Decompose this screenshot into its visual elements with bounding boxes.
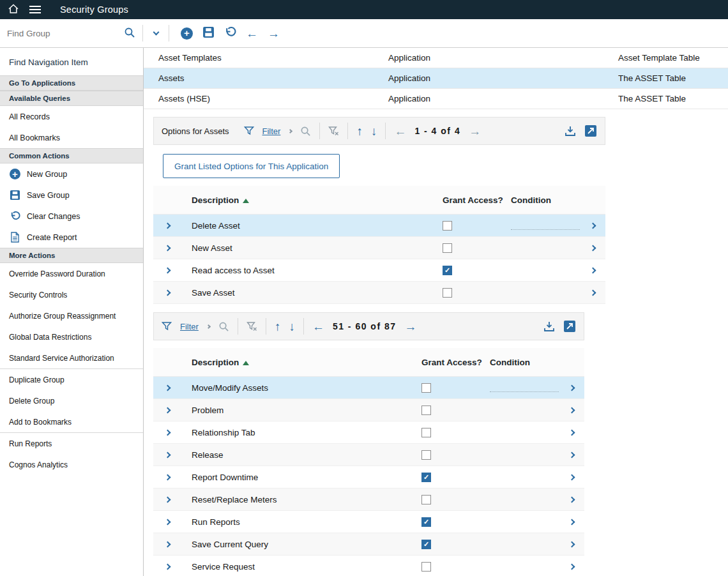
row-detail-icon[interactable] <box>589 245 596 251</box>
grant-access-checkbox[interactable] <box>421 517 431 527</box>
sidebar-item[interactable]: Run Reports <box>0 433 143 454</box>
next-page-button[interactable]: → <box>469 125 481 137</box>
filter-icon[interactable] <box>244 126 254 136</box>
grant-access-checkbox[interactable] <box>421 473 431 482</box>
previous-page-button[interactable]: ← <box>394 125 406 137</box>
application-row[interactable]: Assets (HSE) Application The ASSET Table <box>144 89 728 109</box>
table-row[interactable]: Read access to Asset <box>153 259 605 282</box>
sidebar-item[interactable]: Authorize Group Reassignment <box>0 305 143 326</box>
chevron-right-icon[interactable] <box>288 128 292 133</box>
move-down-button[interactable]: ↓ <box>371 125 377 137</box>
expand-row-icon[interactable] <box>165 407 171 413</box>
sidebar-item-save-group[interactable]: Save Group <box>0 185 143 206</box>
sidebar-item[interactable]: Duplicate Group <box>0 369 143 390</box>
table-row[interactable]: Problem <box>153 399 584 421</box>
column-header-description[interactable]: Description <box>192 358 417 367</box>
sidebar-item[interactable]: Global Data Restrictions <box>0 326 143 347</box>
section-header-available-queries[interactable]: Available Queries <box>0 91 143 106</box>
sidebar-item[interactable]: Add to Bookmarks <box>0 411 143 432</box>
column-header-condition[interactable]: Condition <box>511 195 580 205</box>
sidebar-item[interactable]: Delete Group <box>0 390 143 411</box>
table-row[interactable]: Release <box>153 444 584 466</box>
move-up-button[interactable]: ↑ <box>356 125 363 137</box>
move-up-button[interactable]: ↑ <box>275 321 281 333</box>
find-group-input[interactable] <box>0 20 117 47</box>
grant-access-checkbox[interactable] <box>421 495 431 504</box>
save-group-button[interactable] <box>202 26 215 40</box>
row-detail-icon[interactable] <box>568 384 575 391</box>
condition-field[interactable] <box>511 222 580 230</box>
grant-access-checkbox[interactable] <box>443 221 452 231</box>
sidebar-item[interactable]: Security Controls <box>0 284 143 305</box>
column-header-description[interactable]: Description <box>192 195 438 205</box>
expand-row-icon[interactable] <box>165 429 171 436</box>
sidebar-item-all-bookmarks[interactable]: All Bookmarks <box>0 127 143 148</box>
row-detail-icon[interactable] <box>568 496 575 503</box>
table-row[interactable]: Delete Asset <box>153 215 605 237</box>
table-row[interactable]: Run Reports <box>153 511 584 533</box>
expand-row-icon[interactable] <box>165 496 171 503</box>
table-search-icon[interactable] <box>300 126 311 137</box>
filter-link[interactable]: Filter <box>262 126 281 136</box>
expand-row-icon[interactable] <box>165 519 171 525</box>
column-header-grant-access[interactable]: Grant Access? <box>417 358 490 367</box>
sidebar-item-all-records[interactable]: All Records <box>0 106 143 127</box>
expand-row-icon[interactable] <box>165 267 171 273</box>
previous-record-button[interactable]: ← <box>246 27 258 40</box>
row-detail-icon[interactable] <box>568 474 575 480</box>
application-row-selected[interactable]: Assets Application The ASSET Table <box>144 68 728 89</box>
section-header-go-to-applications[interactable]: Go To Applications <box>0 75 143 91</box>
grant-access-checkbox[interactable] <box>443 243 452 253</box>
maximize-table-icon[interactable] <box>584 125 597 137</box>
expand-row-icon[interactable] <box>165 245 171 251</box>
expand-row-icon[interactable] <box>165 563 171 570</box>
column-header-grant-access[interactable]: Grant Access? <box>438 195 511 205</box>
grant-access-checkbox[interactable] <box>421 540 431 549</box>
expand-row-icon[interactable] <box>165 451 171 458</box>
table-row[interactable]: Report Downtime <box>153 466 584 489</box>
table-row[interactable]: Reset/Replace Meters <box>153 489 584 511</box>
grant-access-checkbox[interactable] <box>421 562 431 572</box>
grant-access-checkbox[interactable] <box>443 288 452 298</box>
section-header-more-actions[interactable]: More Actions <box>0 248 143 263</box>
filter-icon[interactable] <box>162 321 172 331</box>
filter-link[interactable]: Filter <box>180 322 199 331</box>
table-row[interactable]: Save Current Query <box>153 533 584 556</box>
sidebar-item-new-group[interactable]: New Group <box>0 163 143 185</box>
column-header-condition[interactable]: Condition <box>490 358 559 367</box>
table-row[interactable]: Service Request <box>153 556 584 576</box>
download-icon[interactable] <box>543 321 555 332</box>
find-navigation-item[interactable]: Find Navigation Item <box>0 48 143 75</box>
row-detail-icon[interactable] <box>589 222 596 229</box>
expand-row-icon[interactable] <box>165 222 171 229</box>
menu-button[interactable] <box>24 0 46 19</box>
table-row[interactable]: New Asset <box>153 237 605 259</box>
clear-filter-icon[interactable] <box>246 321 257 332</box>
find-search-button[interactable] <box>117 19 142 47</box>
table-row[interactable]: Save Asset <box>153 282 605 304</box>
expand-row-icon[interactable] <box>165 541 171 547</box>
grant-access-checkbox[interactable] <box>421 383 431 393</box>
next-record-button[interactable]: → <box>268 27 280 40</box>
row-detail-icon[interactable] <box>568 407 575 413</box>
expand-row-icon[interactable] <box>165 289 171 296</box>
row-detail-icon[interactable] <box>589 267 596 273</box>
new-group-button[interactable] <box>181 27 193 40</box>
condition-field[interactable] <box>490 384 559 392</box>
grant-access-checkbox[interactable] <box>421 450 431 460</box>
table-row[interactable]: Relationship Tab <box>153 421 584 444</box>
table-search-icon[interactable] <box>218 321 229 332</box>
row-detail-icon[interactable] <box>568 451 575 458</box>
home-button[interactable] <box>3 0 24 19</box>
table-row[interactable]: Move/Modify Assets <box>153 377 584 399</box>
download-icon[interactable] <box>565 125 576 137</box>
expand-row-icon[interactable] <box>165 474 171 480</box>
section-header-common-actions[interactable]: Common Actions <box>0 148 143 163</box>
previous-page-button[interactable]: ← <box>312 321 324 333</box>
query-options-button[interactable] <box>143 19 169 47</box>
grant-access-checkbox[interactable] <box>421 405 431 415</box>
clear-filter-icon[interactable] <box>328 126 339 137</box>
row-detail-icon[interactable] <box>568 429 575 436</box>
sidebar-item[interactable]: Cognos Analytics <box>0 454 143 475</box>
maximize-table-icon[interactable] <box>563 320 576 333</box>
